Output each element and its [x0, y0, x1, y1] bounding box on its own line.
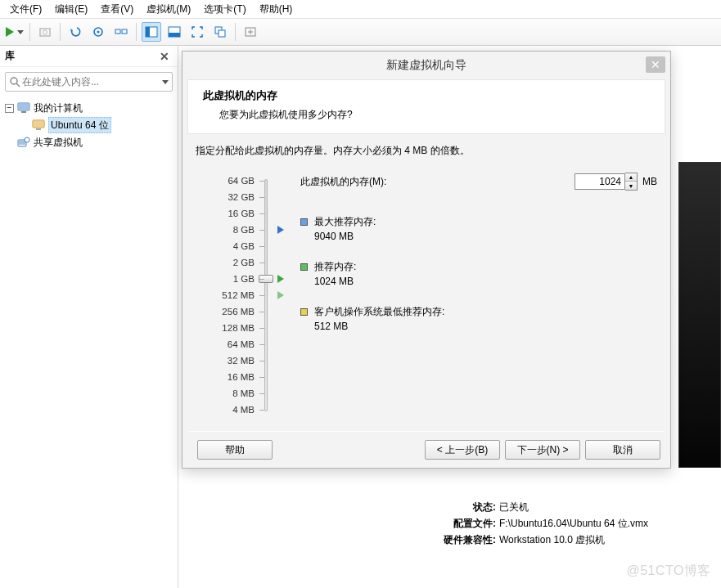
help-button[interactable]: 帮助 — [197, 440, 273, 460]
tree-label: Ubuntu 64 位 — [48, 117, 111, 133]
square-yellow-icon — [300, 308, 308, 316]
power-on-button[interactable] — [5, 22, 25, 42]
sidebar-close-button[interactable]: ✕ — [156, 50, 173, 63]
vm-preview-panel — [678, 162, 721, 468]
menu-help[interactable]: 帮助(H) — [253, 1, 300, 18]
memory-slider[interactable] — [255, 173, 287, 418]
svg-rect-4 — [115, 29, 120, 34]
cancel-button[interactable]: 取消 — [585, 440, 660, 460]
menu-tabs[interactable]: 选项卡(T) — [197, 1, 252, 18]
square-green-icon — [300, 263, 308, 271]
content-area: 新建虚拟机向导 ✕ 此虚拟机的内存 您要为此虚拟机使用多少内存? 指定分配给此虚… — [178, 46, 721, 588]
menu-edit[interactable]: 编辑(E) — [48, 1, 94, 18]
dialog-body: 指定分配给此虚拟机的内存量。内存大小必须为 4 MB 的倍数。 64 GB32 … — [184, 134, 669, 426]
svg-point-3 — [97, 31, 100, 34]
memory-spinner[interactable]: ▲ ▼ — [625, 173, 638, 191]
min-recommended-block: 客户机操作系统最低推荐内存: 512 MB — [300, 305, 657, 332]
dialog-title: 新建虚拟机向导 — [386, 58, 466, 73]
unity-icon — [214, 25, 227, 38]
svg-point-13 — [11, 78, 17, 84]
search-dropdown-icon[interactable] — [162, 80, 169, 84]
tree-node-ubuntu[interactable]: Ubuntu 64 位 — [18, 116, 174, 134]
tree-node-shared[interactable]: 共享虚拟机 — [3, 134, 174, 150]
revert-icon — [69, 25, 82, 38]
play-icon — [6, 27, 14, 37]
stretch-icon — [244, 25, 257, 38]
memory-instruction: 指定分配给此虚拟机的内存量。内存大小必须为 4 MB 的倍数。 — [196, 144, 657, 158]
svg-point-1 — [43, 30, 47, 34]
search-icon — [9, 76, 20, 88]
hw-label: 硬件兼容性: — [434, 532, 499, 548]
spinner-down-button[interactable]: ▼ — [625, 182, 637, 190]
watermark: @51CTO博客 — [626, 563, 711, 580]
snapshot-take-icon — [92, 25, 105, 38]
separator — [29, 23, 30, 41]
svg-rect-20 — [36, 128, 41, 130]
menu-vm[interactable]: 虚拟机(M) — [140, 1, 197, 18]
tree-label: 我的计算机 — [34, 101, 83, 115]
dialog-subheading: 您要为此虚拟机使用多少内存? — [219, 108, 650, 122]
vm-icon — [32, 119, 45, 132]
unity-button[interactable] — [210, 22, 230, 42]
max-rec-marker-icon — [277, 226, 284, 234]
separator — [235, 23, 236, 41]
svg-line-14 — [16, 83, 20, 87]
collapse-icon[interactable]: − — [5, 104, 14, 113]
next-button[interactable]: 下一步(N) > — [505, 440, 580, 460]
computer-icon — [17, 101, 30, 114]
state-label: 状态: — [434, 499, 499, 515]
config-value: F:\Ubuntu16.04\Ubuntu 64 位.vmx — [499, 518, 648, 529]
memory-unit: MB — [642, 176, 657, 187]
svg-point-23 — [25, 137, 29, 142]
revert-button[interactable] — [65, 22, 85, 42]
menu-file[interactable]: 文件(F) — [3, 1, 48, 18]
toolbar — [0, 18, 721, 46]
svg-rect-19 — [34, 121, 43, 127]
svg-rect-0 — [40, 29, 50, 36]
dialog-header: 此虚拟机的内存 您要为此虚拟机使用多少内存? — [187, 79, 665, 134]
view-console-button[interactable] — [164, 22, 184, 42]
view-thumbnail-button[interactable] — [142, 22, 161, 42]
rec-marker-icon — [277, 275, 284, 283]
vm-status-block: 状态:已关机 配置文件:F:\Ubuntu16.04\Ubuntu 64 位.v… — [434, 499, 648, 548]
hw-value: Workstation 10.0 虚拟机 — [499, 534, 605, 545]
console-icon — [168, 25, 181, 38]
snapshot-take-button[interactable] — [88, 22, 108, 42]
menu-view[interactable]: 查看(V) — [94, 1, 140, 18]
tree-node-my-computer[interactable]: − 我的计算机 — [3, 100, 174, 116]
svg-rect-17 — [21, 111, 26, 113]
snapshot-mgr-icon — [115, 25, 128, 38]
separator — [136, 23, 137, 41]
svg-rect-16 — [19, 104, 29, 110]
stretch-button[interactable] — [241, 22, 260, 42]
library-tree: − 我的计算机 Ubuntu 64 位 共享虚拟机 — [0, 97, 178, 154]
menu-bar: 文件(F) 编辑(E) 查看(V) 虚拟机(M) 选项卡(T) 帮助(H) — [0, 0, 721, 18]
thumbnail-icon — [145, 25, 158, 38]
memory-tick-labels: 64 GB32 GB16 GB 8 GB4 GB2 GB 1 GB512 MB2… — [196, 173, 255, 418]
fullscreen-button[interactable] — [187, 22, 207, 42]
dropdown-icon — [17, 30, 24, 34]
dialog-titlebar[interactable]: 新建虚拟机向导 ✕ — [183, 52, 670, 79]
config-label: 配置文件: — [434, 515, 499, 532]
slider-track — [264, 179, 268, 411]
spinner-up-button[interactable]: ▲ — [625, 173, 637, 182]
snapshot-button[interactable] — [35, 22, 55, 42]
sidebar-title: 库 — [5, 49, 15, 63]
state-value: 已关机 — [499, 501, 529, 513]
search-box[interactable] — [5, 72, 173, 92]
snapshot-manager-button[interactable] — [111, 22, 131, 42]
back-button[interactable]: < 上一步(B) — [425, 440, 500, 460]
fullscreen-icon — [191, 25, 204, 38]
dialog-footer: 帮助 < 上一步(B) 下一步(N) > 取消 — [183, 432, 670, 468]
new-vm-wizard-dialog: 新建虚拟机向导 ✕ 此虚拟机的内存 您要为此虚拟机使用多少内存? 指定分配给此虚… — [182, 51, 671, 469]
snapshot-icon — [38, 25, 52, 38]
library-sidebar: 库 ✕ − 我的计算机 Ubuntu 64 位 — [0, 46, 178, 588]
svg-rect-11 — [219, 30, 225, 37]
svg-rect-22 — [19, 141, 25, 145]
svg-rect-7 — [146, 27, 150, 37]
svg-rect-5 — [122, 29, 127, 34]
dialog-close-button[interactable]: ✕ — [646, 56, 665, 73]
memory-info: 此虚拟机的内存(M): ▲ ▼ MB — [287, 173, 657, 418]
search-input[interactable] — [20, 74, 159, 89]
memory-input[interactable] — [575, 173, 625, 190]
